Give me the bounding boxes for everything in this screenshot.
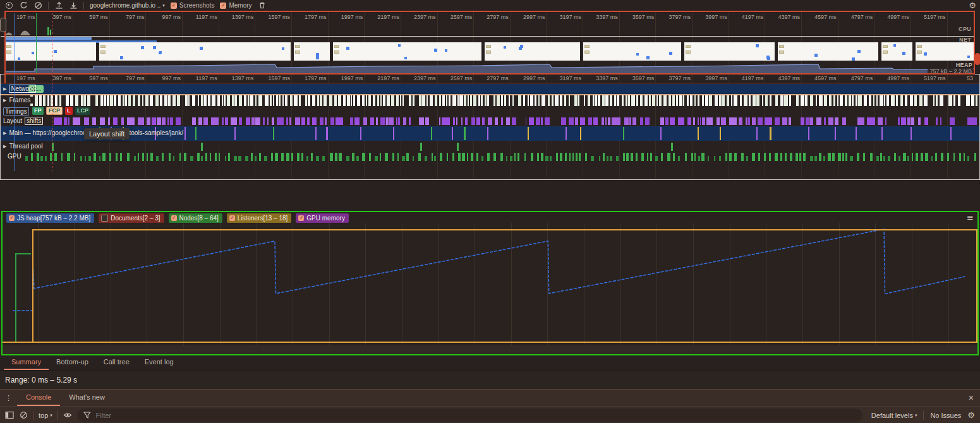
save-profile-button[interactable]: [69, 1, 78, 10]
track-frames[interactable]: ▶ Frames: [0, 95, 980, 106]
javascript-context-select[interactable]: top ▾: [39, 412, 52, 419]
console-filter[interactable]: [77, 408, 862, 422]
selection-right-handle[interactable]: [975, 53, 980, 65]
layout-shift-bar: [176, 117, 181, 125]
gpu-bar: [725, 153, 727, 161]
gpu-bar: [603, 153, 605, 161]
main-event-mark: [464, 127, 466, 140]
frame-bar: [845, 95, 848, 106]
gpu-bar: [838, 153, 841, 161]
live-expression-eye-icon[interactable]: [63, 411, 72, 420]
frame-bar: [473, 95, 476, 106]
fp-badge[interactable]: FP: [32, 107, 44, 115]
layout-shift-bar: [901, 117, 905, 125]
track-thread-pool[interactable]: ▶ Thread pool: [0, 142, 980, 152]
thread-pool-bar: [457, 143, 459, 151]
track-main[interactable]: ▶ Main — https://googlechrome.github.io/…: [0, 126, 980, 141]
layout-shift-bar: [92, 117, 97, 125]
frame-bar: [933, 95, 935, 106]
lcp-badge[interactable]: LCP: [75, 107, 90, 115]
layout-shift-bar: [605, 117, 607, 125]
issues-counter[interactable]: No Issues: [930, 412, 961, 419]
track-timings[interactable]: Timings FP FCP L LCP: [0, 107, 980, 116]
memory-counters-section[interactable]: ✓JS heap[757 kB – 2.2 MB]Documents[2 – 3…: [1, 211, 979, 355]
capture-settings-gear-icon[interactable]: ⚙: [969, 1, 976, 10]
track-layout-shifts[interactable]: Layout shifts: [0, 117, 980, 126]
reload-and-record-button[interactable]: [19, 1, 28, 10]
track-expand-arrow[interactable]: ▶: [3, 86, 6, 92]
track-frames-label[interactable]: Frames: [9, 97, 30, 104]
gpu-bar: [907, 156, 909, 161]
gpu-bar: [799, 153, 801, 161]
gpu-bar: [734, 153, 737, 161]
ruler-label: 797 ms: [107, 75, 144, 82]
collect-garbage-icon[interactable]: [258, 1, 267, 10]
gpu-bar: [898, 156, 900, 161]
gpu-bar: [40, 156, 43, 161]
gpu-bar: [447, 153, 448, 161]
frame-bar: [347, 95, 350, 106]
console-sidebar-icon[interactable]: [5, 411, 14, 420]
gpu-bar: [452, 153, 454, 161]
layout-shift-bar: [442, 117, 451, 125]
frame-bar: [198, 95, 199, 106]
track-network-label[interactable]: Network: [9, 85, 36, 93]
gpu-bar: [880, 153, 882, 161]
ruler-label: 997 ms: [144, 75, 181, 82]
gpu-bar: [322, 156, 325, 161]
toolbar-divider: [57, 411, 58, 420]
main-event-mark: [360, 127, 361, 140]
clear-console-icon[interactable]: [19, 411, 28, 420]
layout-shift-bar: [277, 117, 284, 125]
track-expand-arrow[interactable]: ▶: [3, 131, 6, 136]
drawer-tab-what-s-new[interactable]: What's new: [60, 390, 114, 406]
load-profile-button[interactable]: [54, 1, 63, 10]
layout-shift-bar: [593, 117, 598, 125]
memory-checkbox[interactable]: ✓ Memory: [220, 2, 251, 9]
l-badge[interactable]: L: [65, 107, 73, 115]
layout-shift-bar: [471, 117, 475, 125]
console-settings-gear-icon[interactable]: ⚙: [967, 410, 975, 420]
track-expand-arrow[interactable]: ▶: [3, 98, 6, 103]
profile-select[interactable]: googlechrome.github.io .. ▾: [90, 2, 165, 9]
main-event-mark: [273, 127, 274, 140]
track-layout-shifts-label-a[interactable]: Layout: [3, 117, 22, 124]
track-timings-label[interactable]: Timings: [3, 107, 29, 116]
screenshots-checkbox[interactable]: ✓ Screenshots: [171, 2, 215, 9]
layout-shift-bar: [835, 117, 839, 125]
layout-shift-bar: [717, 117, 720, 125]
detail-tab-bottom-up[interactable]: Bottom-up: [49, 355, 96, 370]
gpu-bar: [832, 153, 834, 161]
frame-bar: [523, 95, 525, 106]
drawer-menu-icon[interactable]: ⋮: [5, 394, 12, 402]
clear-recording-button[interactable]: [33, 1, 42, 10]
filter-input[interactable]: [95, 411, 856, 420]
log-levels-select[interactable]: Default levels ▾: [871, 412, 917, 419]
detail-tab-call-tree[interactable]: Call tree: [96, 355, 137, 370]
detail-tab-summary[interactable]: Summary: [4, 355, 49, 370]
gpu-bar: [545, 156, 548, 161]
flame-chart-panel[interactable]: 197 ms397 ms597 ms797 ms997 ms1197 ms139…: [0, 74, 980, 179]
frame-bar: [160, 95, 163, 106]
frame-bar: [273, 95, 274, 106]
record-button[interactable]: [4, 1, 13, 10]
frame-bar: [279, 95, 281, 106]
drawer-tab-console[interactable]: Console: [17, 390, 60, 406]
track-expand-arrow[interactable]: ▶: [3, 144, 6, 149]
frame-bar: [636, 95, 638, 106]
frame-bar: [919, 95, 923, 106]
frame-bar: [869, 95, 871, 106]
layout-shift-bar: [940, 117, 941, 125]
fcp-badge[interactable]: FCP: [46, 107, 63, 115]
track-network[interactable]: ▶ Network 02...: [0, 84, 980, 94]
selection-left-handle[interactable]: [0, 18, 6, 32]
close-drawer-icon[interactable]: ×: [969, 393, 974, 403]
detail-tab-event-log[interactable]: Event log: [137, 355, 181, 370]
timeline-overview[interactable]: 197 ms397 ms597 ms797 ms997 ms1197 ms139…: [0, 11, 980, 74]
track-gpu[interactable]: GPU: [0, 152, 980, 162]
main-event-mark: [720, 127, 721, 140]
track-layout-shifts-label-b[interactable]: shifts: [25, 117, 43, 125]
range-text: Range: 0 ms – 5.29 s: [5, 376, 77, 384]
gpu-bar: [894, 153, 897, 161]
gpu-bar: [610, 156, 612, 161]
